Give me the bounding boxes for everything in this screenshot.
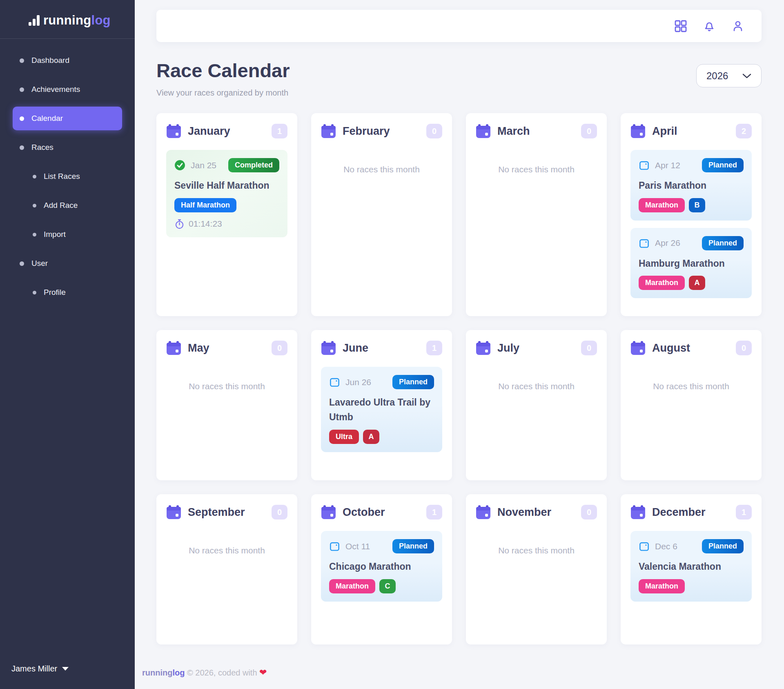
race-top-row: Apr 26 Planned <box>639 236 744 250</box>
month-card-november: November 0 No races this month <box>466 494 607 644</box>
sidebar-item-achievements[interactable]: Achievements <box>0 78 135 101</box>
race-card[interactable]: Oct 11 Planned Chicago Marathon Marathon… <box>321 531 442 602</box>
sidebar-item-calendar[interactable]: Calendar <box>13 107 122 130</box>
sidebar-item-label: Profile <box>44 288 66 297</box>
month-header: March 0 <box>476 124 597 138</box>
race-card[interactable]: Jun 26 Planned Lavaredo Ultra Trail by U… <box>321 367 442 452</box>
calendar-icon <box>476 505 491 520</box>
sidebar-nav: DashboardAchievementsCalendarRacesList R… <box>0 39 135 304</box>
race-title: Valencia Marathon <box>639 560 744 574</box>
race-badges: Marathon B <box>639 198 744 212</box>
race-title: Lavaredo Ultra Trail by Utmb <box>329 395 434 424</box>
empty-month-message: No races this month <box>476 546 597 555</box>
race-badges: Ultra A <box>329 430 434 444</box>
race-list: Jan 25 Completed Seville Half Marathon H… <box>166 150 287 237</box>
race-list: No races this month <box>321 165 442 174</box>
race-card[interactable]: Apr 26 Planned Hamburg Marathon Marathon… <box>630 228 752 299</box>
sidebar-item-user[interactable]: User <box>0 252 135 275</box>
calendar-outline-icon <box>639 541 650 552</box>
race-top-row: Jan 25 Completed <box>174 158 279 172</box>
race-top-row: Jun 26 Planned <box>329 375 434 389</box>
priority-badge: B <box>689 198 705 212</box>
bullet-dot <box>33 175 36 178</box>
bullet-dot <box>20 145 24 150</box>
race-status-badge: Planned <box>392 375 434 389</box>
race-card[interactable]: Dec 6 Planned Valencia Marathon Marathon <box>630 531 752 602</box>
sidebar-item-import[interactable]: Import <box>0 223 135 246</box>
priority-badge: C <box>379 579 396 593</box>
race-list: No races this month <box>166 381 287 391</box>
race-card[interactable]: Jan 25 Completed Seville Half Marathon H… <box>166 150 287 237</box>
bell-icon[interactable] <box>703 20 716 33</box>
sidebar-item-add-race[interactable]: Add Race <box>0 194 135 217</box>
race-status-badge: Planned <box>392 539 434 553</box>
calendar-icon <box>476 124 491 138</box>
race-card[interactable]: Apr 12 Planned Paris Marathon Marathon B <box>630 150 752 221</box>
race-list: No races this month <box>476 381 597 391</box>
brand-log: log <box>91 13 110 27</box>
race-status-badge: Planned <box>702 539 744 553</box>
month-name: September <box>188 506 272 519</box>
calendar-outline-icon <box>639 160 650 171</box>
month-card-april: April 2 Apr 12 Planned Paris Marathon Ma… <box>621 113 762 316</box>
calendar-outline-icon <box>329 377 340 388</box>
race-list: No races this month <box>476 165 597 174</box>
bullet-dot <box>20 116 24 121</box>
month-header: November 0 <box>476 505 597 520</box>
race-count-badge: 1 <box>426 341 442 355</box>
race-time-row: 01:14:23 <box>174 219 279 229</box>
race-badges: Half Marathon <box>174 198 279 212</box>
month-name: October <box>343 506 426 519</box>
race-list: No races this month <box>166 546 287 555</box>
race-badges: Marathon A <box>639 276 744 290</box>
race-count-badge: 1 <box>426 505 442 520</box>
distance-badge: Marathon <box>639 579 685 593</box>
sidebar-item-list-races[interactable]: List Races <box>0 165 135 188</box>
priority-badge: A <box>363 430 379 444</box>
sidebar-item-profile[interactable]: Profile <box>0 281 135 304</box>
footer-brand-running: running <box>142 668 172 677</box>
race-top-row: Dec 6 Planned <box>639 539 744 553</box>
race-count-badge: 0 <box>581 505 597 520</box>
month-header: September 0 <box>166 505 287 520</box>
footer: runninglog © 2026, coded with ❤ <box>142 667 762 678</box>
user-menu[interactable]: James Miller <box>11 664 69 673</box>
calendar-icon <box>476 341 491 355</box>
brand-running: running <box>43 13 91 27</box>
month-header: January 1 <box>166 124 287 138</box>
month-header: May 0 <box>166 341 287 355</box>
calendar-icon <box>630 124 646 138</box>
bar-chart-logo-icon <box>28 14 42 27</box>
race-badges: Marathon C <box>329 579 434 593</box>
user-icon[interactable] <box>731 20 744 33</box>
sidebar-item-dashboard[interactable]: Dashboard <box>0 49 135 72</box>
race-list: Oct 11 Planned Chicago Marathon Marathon… <box>321 531 442 602</box>
sidebar-item-label: Add Race <box>44 201 78 210</box>
grid-icon[interactable] <box>674 20 687 33</box>
race-count-badge: 1 <box>736 505 752 520</box>
race-list: Dec 6 Planned Valencia Marathon Marathon <box>630 531 752 602</box>
sidebar-item-races[interactable]: Races <box>0 136 135 159</box>
race-date: Jan 25 <box>191 161 228 170</box>
year-select[interactable]: 2026 <box>696 64 762 87</box>
race-top-row: Oct 11 Planned <box>329 539 434 553</box>
app-logo[interactable]: runninglog <box>0 0 135 38</box>
month-name: April <box>652 125 736 138</box>
month-card-may: May 0 No races this month <box>156 330 297 480</box>
stopwatch-icon <box>174 219 185 229</box>
empty-month-message: No races this month <box>166 381 287 391</box>
race-list: No races this month <box>630 381 752 391</box>
month-card-september: September 0 No races this month <box>156 494 297 644</box>
month-header: February 0 <box>321 124 442 138</box>
bullet-dot <box>20 87 24 92</box>
race-title: Chicago Marathon <box>329 560 434 574</box>
sidebar-item-label: User <box>31 259 48 268</box>
distance-badge: Half Marathon <box>174 198 236 212</box>
month-name: November <box>497 506 581 519</box>
bullet-dot <box>33 291 36 294</box>
race-status-badge: Completed <box>228 158 279 172</box>
heart-icon: ❤ <box>259 667 267 678</box>
calendar-icon <box>321 124 336 138</box>
month-card-december: December 1 Dec 6 Planned Valencia Marath… <box>621 494 762 644</box>
race-date: Dec 6 <box>655 542 702 551</box>
